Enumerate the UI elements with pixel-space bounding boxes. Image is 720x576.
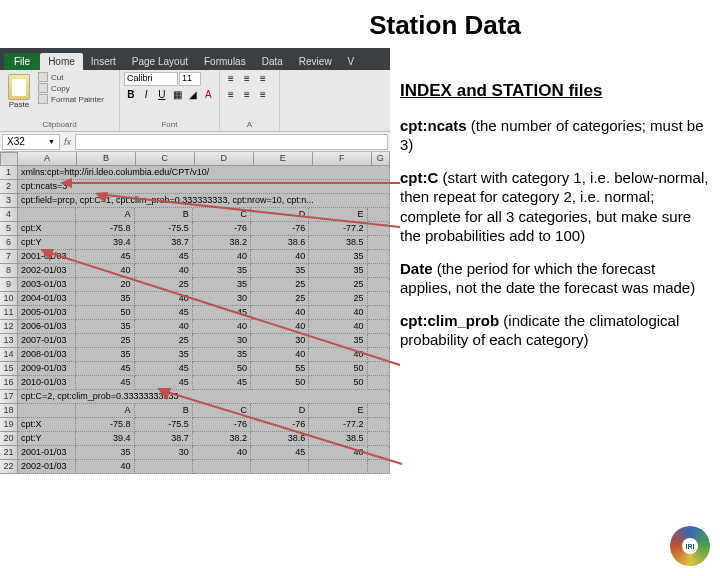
cell[interactable]: 50 bbox=[76, 306, 134, 320]
cell[interactable]: 25 bbox=[251, 292, 309, 306]
cell[interactable]: A bbox=[76, 404, 134, 418]
cell[interactable]: B bbox=[135, 208, 193, 222]
tab-data[interactable]: Data bbox=[254, 53, 291, 70]
cell[interactable] bbox=[193, 460, 251, 474]
cell[interactable]: 45 bbox=[135, 306, 193, 320]
font-size-select[interactable]: 11 bbox=[179, 72, 201, 86]
cell[interactable]: -75.5 bbox=[135, 222, 193, 236]
cell[interactable]: 38.6 bbox=[251, 432, 309, 446]
col-header[interactable]: D bbox=[195, 152, 254, 166]
cell[interactable]: 2010-01/03 bbox=[18, 376, 76, 390]
bold-button[interactable]: B bbox=[124, 88, 138, 102]
cell[interactable]: 35 bbox=[309, 250, 367, 264]
cell[interactable]: 38.2 bbox=[193, 236, 251, 250]
cell[interactable]: 40 bbox=[135, 320, 193, 334]
cell[interactable]: 35 bbox=[309, 264, 367, 278]
row-header[interactable]: 17 bbox=[0, 390, 18, 404]
cell[interactable]: 40 bbox=[251, 250, 309, 264]
cell[interactable]: 40 bbox=[251, 306, 309, 320]
cell[interactable]: 40 bbox=[193, 320, 251, 334]
cell[interactable]: 35 bbox=[76, 320, 134, 334]
cell[interactable]: 20 bbox=[76, 278, 134, 292]
cell[interactable]: 25 bbox=[251, 278, 309, 292]
cell[interactable]: 30 bbox=[193, 292, 251, 306]
col-header[interactable]: F bbox=[313, 152, 372, 166]
cell[interactable]: 30 bbox=[251, 334, 309, 348]
cell[interactable]: 45 bbox=[135, 250, 193, 264]
cell[interactable]: 2009-01/03 bbox=[18, 362, 76, 376]
cell[interactable] bbox=[368, 418, 390, 432]
cell[interactable]: cpt:Y bbox=[18, 236, 76, 250]
cell[interactable] bbox=[309, 460, 367, 474]
row-header[interactable]: 6 bbox=[0, 236, 18, 250]
cell[interactable] bbox=[368, 306, 390, 320]
cell[interactable]: 40 bbox=[193, 250, 251, 264]
cell[interactable]: cpt:C=2, cpt:clim_prob=0.33333333333 bbox=[18, 390, 390, 404]
underline-button[interactable]: U bbox=[155, 88, 169, 102]
cell[interactable]: 45 bbox=[193, 376, 251, 390]
cell[interactable]: 2008-01/03 bbox=[18, 348, 76, 362]
cell[interactable]: cpt:ncats=3 bbox=[18, 180, 390, 194]
col-header[interactable]: E bbox=[254, 152, 313, 166]
cell[interactable]: 39.4 bbox=[76, 432, 134, 446]
border-button[interactable]: ▦ bbox=[171, 88, 185, 102]
cell[interactable]: 40 bbox=[135, 292, 193, 306]
cell[interactable]: 30 bbox=[135, 446, 193, 460]
cell[interactable]: 2002-01/03 bbox=[18, 460, 76, 474]
row-header[interactable]: 7 bbox=[0, 250, 18, 264]
cell[interactable] bbox=[368, 404, 390, 418]
cell[interactable]: 39.4 bbox=[76, 236, 134, 250]
cell[interactable]: 45 bbox=[251, 446, 309, 460]
cell[interactable]: 25 bbox=[135, 334, 193, 348]
cell[interactable] bbox=[368, 334, 390, 348]
cell[interactable] bbox=[368, 348, 390, 362]
tab-review[interactable]: Review bbox=[291, 53, 340, 70]
fill-color-button[interactable]: ◢ bbox=[186, 88, 200, 102]
font-name-select[interactable]: Calibri bbox=[124, 72, 178, 86]
cell[interactable] bbox=[368, 320, 390, 334]
cell[interactable]: 50 bbox=[309, 362, 367, 376]
cell[interactable]: 35 bbox=[135, 348, 193, 362]
cell[interactable]: 50 bbox=[309, 376, 367, 390]
cell[interactable] bbox=[368, 446, 390, 460]
cell[interactable] bbox=[18, 404, 76, 418]
align-left-button[interactable]: ≡ bbox=[224, 88, 238, 102]
tab-view[interactable]: V bbox=[340, 53, 363, 70]
cell[interactable]: cpt:X bbox=[18, 418, 76, 432]
row-header[interactable]: 4 bbox=[0, 208, 18, 222]
cell[interactable]: 55 bbox=[251, 362, 309, 376]
cell[interactable]: 38.7 bbox=[135, 432, 193, 446]
row-header[interactable]: 5 bbox=[0, 222, 18, 236]
cell[interactable]: 40 bbox=[309, 320, 367, 334]
cell[interactable]: 45 bbox=[135, 362, 193, 376]
cell[interactable]: C bbox=[193, 404, 251, 418]
align-bottom-button[interactable]: ≡ bbox=[256, 72, 270, 86]
cell[interactable]: 2006-01/03 bbox=[18, 320, 76, 334]
cell[interactable]: -76 bbox=[251, 222, 309, 236]
cell[interactable]: cpt:X bbox=[18, 222, 76, 236]
tab-formulas[interactable]: Formulas bbox=[196, 53, 254, 70]
row-header[interactable]: 12 bbox=[0, 320, 18, 334]
cell[interactable]: 30 bbox=[193, 334, 251, 348]
cell[interactable]: B bbox=[135, 404, 193, 418]
cell[interactable]: 35 bbox=[309, 334, 367, 348]
tab-insert[interactable]: Insert bbox=[83, 53, 124, 70]
cell[interactable]: A bbox=[76, 208, 134, 222]
font-color-button[interactable]: A bbox=[202, 88, 216, 102]
cell[interactable]: 35 bbox=[76, 348, 134, 362]
row-header[interactable]: 13 bbox=[0, 334, 18, 348]
row-header[interactable]: 16 bbox=[0, 376, 18, 390]
cell[interactable]: 2004-01/03 bbox=[18, 292, 76, 306]
cell[interactable]: 40 bbox=[135, 264, 193, 278]
col-header[interactable]: A bbox=[18, 152, 77, 166]
cell[interactable]: cpt:Y bbox=[18, 432, 76, 446]
cell[interactable]: -76 bbox=[193, 222, 251, 236]
cell[interactable]: -75.5 bbox=[135, 418, 193, 432]
cell[interactable] bbox=[368, 278, 390, 292]
cell[interactable]: -75.8 bbox=[76, 418, 134, 432]
cell[interactable] bbox=[368, 432, 390, 446]
row-header[interactable]: 11 bbox=[0, 306, 18, 320]
row-header[interactable]: 10 bbox=[0, 292, 18, 306]
cell[interactable]: 38.5 bbox=[309, 236, 367, 250]
cell[interactable]: 25 bbox=[76, 334, 134, 348]
